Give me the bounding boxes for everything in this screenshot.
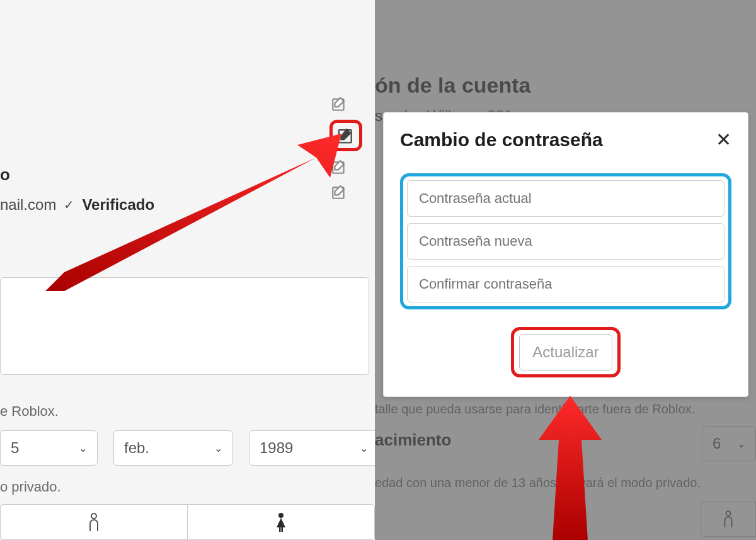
right-settings-panel: ón de la cuenta suario: Willymay321 tall…: [375, 0, 756, 540]
chevron-down-icon: ⌄: [214, 442, 222, 454]
edit-icon-1[interactable]: [329, 95, 348, 113]
chevron-down-icon: ⌄: [360, 442, 368, 454]
edit-icon-4[interactable]: [329, 183, 348, 202]
female-icon: [273, 512, 289, 532]
svg-rect-7: [282, 527, 284, 532]
close-icon[interactable]: ✕: [716, 130, 731, 149]
modal-title: Cambio de contraseña: [400, 129, 603, 151]
edit-password-icon-highlight[interactable]: [329, 120, 362, 151]
dob-month-select[interactable]: feb. ⌄: [113, 430, 233, 466]
chevron-down-icon: ⌄: [79, 442, 87, 454]
dob-row: 5 ⌄ feb. ⌄ 1989 ⌄: [0, 430, 379, 466]
verified-label: Verificado: [82, 196, 154, 214]
roblox-note-fragment: e Roblox.: [0, 403, 59, 420]
gender-female-button[interactable]: [187, 504, 375, 540]
email-row: nail.com ✓ Verificado: [0, 196, 154, 214]
private-mode-fragment: o privado.: [0, 479, 61, 495]
password-inputs-highlight: [400, 173, 731, 309]
confirm-password-input[interactable]: [407, 266, 724, 302]
update-button-highlight: Actualizar: [511, 327, 620, 377]
new-password-input[interactable]: [407, 223, 724, 260]
dob-day-select[interactable]: 5 ⌄: [0, 430, 98, 466]
male-icon: [86, 512, 101, 532]
change-password-modal: Cambio de contraseña ✕ Actualizar: [383, 112, 748, 397]
edit-icon-3[interactable]: [329, 158, 348, 176]
gender-selector: [0, 504, 375, 540]
dob-month-value: feb.: [124, 439, 149, 457]
left-settings-panel: o nail.com ✓ Verificado e Roblox. 5 ⌄ fe…: [0, 0, 375, 540]
modal-header: Cambio de contraseña ✕: [400, 129, 731, 151]
dob-year-select[interactable]: 1989 ⌄: [249, 430, 379, 466]
svg-point-4: [91, 514, 96, 519]
check-icon: ✓: [64, 197, 74, 212]
edit-icons-column: [329, 95, 362, 202]
gender-male-button[interactable]: [0, 504, 187, 540]
update-button-wrap: Actualizar: [400, 327, 731, 377]
dob-day-value: 5: [11, 439, 19, 457]
svg-rect-6: [279, 527, 281, 532]
update-button[interactable]: Actualizar: [519, 334, 612, 371]
section-heading-fragment: o: [0, 165, 10, 185]
svg-point-5: [278, 513, 284, 518]
current-password-input[interactable]: [407, 180, 724, 217]
description-textarea[interactable]: [0, 277, 369, 375]
email-fragment: nail.com: [0, 196, 56, 214]
dob-year-value: 1989: [260, 439, 293, 457]
